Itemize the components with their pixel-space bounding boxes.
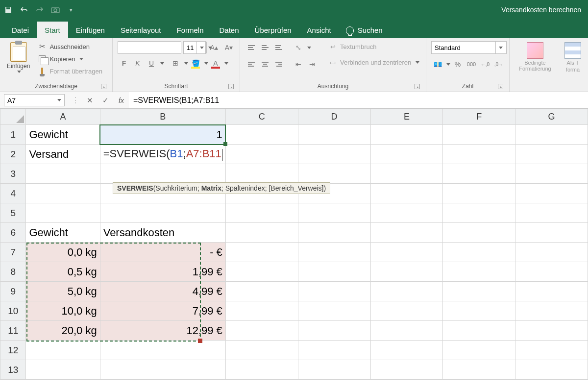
cell-C1[interactable] bbox=[225, 125, 298, 145]
decrease-decimal-button[interactable]: ,0→ bbox=[492, 58, 505, 71]
fill-color-button[interactable]: 🪣 bbox=[189, 57, 202, 70]
row-header-1[interactable]: 1 bbox=[0, 125, 26, 145]
cell-D1[interactable] bbox=[298, 125, 370, 145]
align-top-button[interactable] bbox=[245, 41, 258, 54]
chevron-down-icon[interactable] bbox=[160, 62, 164, 65]
chevron-down-icon[interactable] bbox=[196, 42, 205, 53]
cell-A11[interactable]: 20,0 kg bbox=[26, 321, 100, 341]
chevron-down-icon[interactable] bbox=[495, 42, 504, 53]
cell-B7[interactable]: - € bbox=[100, 243, 225, 262]
cell-B5[interactable] bbox=[100, 203, 225, 223]
chevron-down-icon[interactable] bbox=[184, 62, 188, 65]
cell-C13[interactable] bbox=[225, 360, 298, 380]
row-header-11[interactable]: 11 bbox=[0, 321, 26, 341]
increase-decimal-button[interactable]: ←,0 bbox=[479, 58, 491, 71]
tab-data[interactable]: Daten bbox=[212, 22, 247, 38]
comma-format-button[interactable]: 000 bbox=[465, 58, 478, 71]
italic-button[interactable]: K bbox=[131, 57, 144, 70]
cell-D2[interactable] bbox=[298, 145, 370, 164]
column-header-A[interactable]: A bbox=[26, 109, 100, 125]
shrink-font-button[interactable]: A▾ bbox=[222, 41, 235, 54]
row-header-9[interactable]: 9 bbox=[0, 282, 26, 301]
cell-G5[interactable] bbox=[515, 203, 588, 223]
tab-file[interactable]: Datei bbox=[4, 22, 37, 38]
cell-C6[interactable] bbox=[225, 223, 298, 243]
cell-A3[interactable] bbox=[26, 164, 100, 184]
cell-G7[interactable] bbox=[515, 243, 588, 262]
cell-G13[interactable] bbox=[515, 360, 588, 380]
underline-button[interactable]: U bbox=[145, 57, 158, 70]
cell-C7[interactable] bbox=[225, 243, 298, 262]
font-size-input[interactable] bbox=[184, 42, 196, 53]
cell-C5[interactable] bbox=[225, 203, 298, 223]
cell-C8[interactable] bbox=[225, 262, 298, 282]
column-header-B[interactable]: B bbox=[100, 109, 225, 125]
cell-F8[interactable] bbox=[443, 262, 515, 282]
tab-formulas[interactable]: Formeln bbox=[169, 22, 212, 38]
cell-E4[interactable] bbox=[370, 184, 443, 203]
align-bottom-button[interactable] bbox=[272, 41, 285, 54]
cell-A6[interactable]: Gewicht bbox=[26, 223, 100, 243]
cell-D8[interactable] bbox=[298, 262, 370, 282]
cell-C12[interactable] bbox=[225, 341, 298, 360]
cell-A5[interactable] bbox=[26, 203, 100, 223]
cell-G11[interactable] bbox=[515, 321, 588, 341]
conditional-formatting-button[interactable]: Bedingte Formatierung bbox=[514, 41, 556, 73]
cell-E2[interactable] bbox=[370, 145, 443, 164]
cell-A7[interactable]: 0,0 kg bbox=[26, 243, 100, 262]
number-format-combo[interactable] bbox=[431, 41, 507, 54]
cell-A1[interactable]: Gewicht bbox=[26, 125, 100, 145]
align-center-button[interactable] bbox=[259, 58, 271, 71]
cut-button[interactable]: ✂Ausschneiden bbox=[37, 41, 103, 52]
cell-F13[interactable] bbox=[443, 360, 515, 380]
enter-formula-button[interactable]: ✓ bbox=[100, 96, 111, 105]
tab-insert[interactable]: Einfügen bbox=[68, 22, 113, 38]
cell-G10[interactable] bbox=[515, 301, 588, 321]
cell-D9[interactable] bbox=[298, 282, 370, 301]
format-painter-button[interactable]: Format übertragen bbox=[37, 66, 103, 76]
cell-F2[interactable] bbox=[443, 145, 515, 164]
undo-icon[interactable] bbox=[20, 5, 28, 14]
cell-D10[interactable] bbox=[298, 301, 370, 321]
cell-F3[interactable] bbox=[443, 164, 515, 184]
cell-B3[interactable] bbox=[100, 164, 225, 184]
align-left-button[interactable] bbox=[245, 58, 258, 71]
redo-icon[interactable] bbox=[35, 5, 44, 14]
cell-F12[interactable] bbox=[443, 341, 515, 360]
column-header-E[interactable]: E bbox=[370, 109, 443, 125]
cell-C9[interactable] bbox=[225, 282, 298, 301]
cell-G9[interactable] bbox=[515, 282, 588, 301]
cell-F5[interactable] bbox=[443, 203, 515, 223]
row-header-5[interactable]: 5 bbox=[0, 203, 26, 223]
align-middle-button[interactable] bbox=[259, 41, 271, 54]
fx-label[interactable]: fx bbox=[115, 92, 128, 108]
cell-D12[interactable] bbox=[298, 341, 370, 360]
cell-D3[interactable] bbox=[298, 164, 370, 184]
cell-E10[interactable] bbox=[370, 301, 443, 321]
row-header-4[interactable]: 4 bbox=[0, 184, 26, 203]
cell-B12[interactable] bbox=[100, 341, 225, 360]
number-format-input[interactable] bbox=[432, 42, 495, 53]
cell-G12[interactable] bbox=[515, 341, 588, 360]
copy-button[interactable]: Kopieren bbox=[37, 53, 103, 64]
tab-review[interactable]: Überprüfen bbox=[247, 22, 299, 38]
grow-font-button[interactable]: A▴ bbox=[208, 41, 220, 54]
accounting-format-button[interactable]: 💶 bbox=[431, 58, 444, 71]
cell-F4[interactable] bbox=[443, 184, 515, 203]
row-header-6[interactable]: 6 bbox=[0, 223, 26, 243]
cell-F7[interactable] bbox=[443, 243, 515, 262]
row-header-12[interactable]: 12 bbox=[0, 341, 26, 360]
chevron-down-icon[interactable] bbox=[307, 47, 311, 49]
cell-B6[interactable]: Versandkosten bbox=[100, 223, 225, 243]
percent-format-button[interactable]: % bbox=[451, 58, 464, 71]
cell-B11[interactable]: 12,99 € bbox=[100, 321, 225, 341]
chevron-down-icon[interactable] bbox=[224, 62, 228, 65]
cell-A8[interactable]: 0,5 kg bbox=[26, 262, 100, 282]
cell-F1[interactable] bbox=[443, 125, 515, 145]
cell-C10[interactable] bbox=[225, 301, 298, 321]
cell-F10[interactable] bbox=[443, 301, 515, 321]
cell-C11[interactable] bbox=[225, 321, 298, 341]
decrease-indent-button[interactable]: ⇤ bbox=[292, 58, 305, 71]
cell-C2[interactable] bbox=[225, 145, 298, 164]
column-header-G[interactable]: G bbox=[515, 109, 588, 125]
